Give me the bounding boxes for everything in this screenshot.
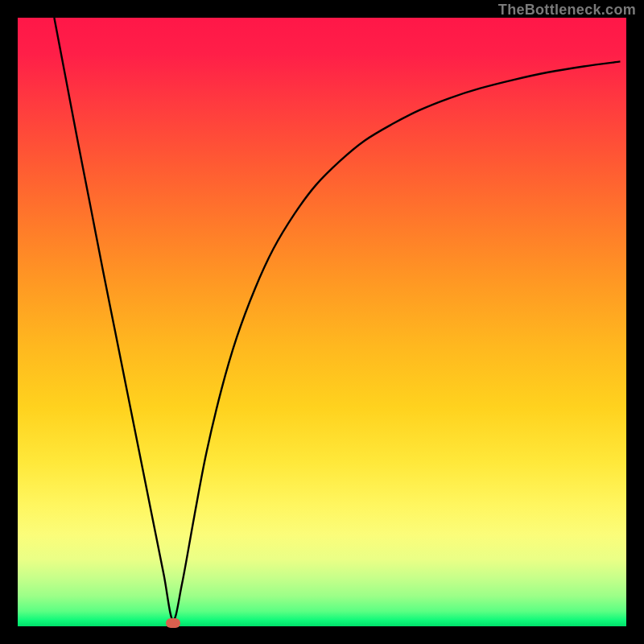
chart-frame: TheBottleneck.com (0, 0, 644, 644)
curve-path (54, 18, 620, 621)
watermark-text: TheBottleneck.com (498, 2, 636, 19)
chart-curve (18, 18, 626, 626)
min-marker (166, 618, 180, 628)
